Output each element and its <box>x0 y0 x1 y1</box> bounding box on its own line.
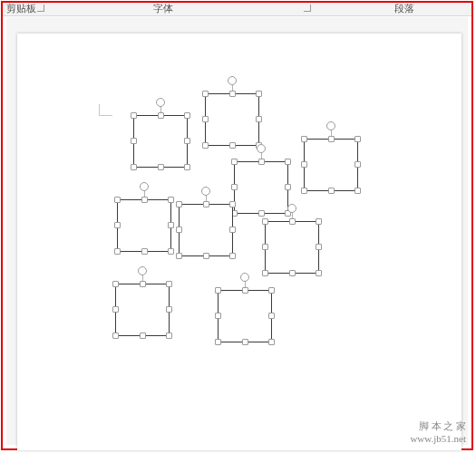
ribbon-section-paragraph-label: 段落 <box>394 3 414 14</box>
resize-handle-right[interactable] <box>268 313 275 319</box>
resize-handle-top-right[interactable] <box>316 218 322 225</box>
resize-handle-top-left[interactable] <box>131 112 137 119</box>
resize-handle-top[interactable] <box>141 197 148 203</box>
resize-handle-top-left[interactable] <box>262 218 268 225</box>
rectangle-shape[interactable] <box>218 290 272 342</box>
font-launcher-icon[interactable] <box>304 5 311 12</box>
rectangle-shape[interactable] <box>304 139 358 191</box>
shape-rect-4[interactable] <box>234 145 288 214</box>
rotate-handle-icon[interactable] <box>138 266 147 275</box>
resize-handle-bottom[interactable] <box>141 248 148 255</box>
resize-handle-bottom[interactable] <box>203 253 209 259</box>
resize-handle-bottom[interactable] <box>289 270 296 276</box>
resize-handle-bottom-right[interactable] <box>268 339 275 345</box>
resize-handle-right[interactable] <box>229 226 236 233</box>
resize-handle-bottom[interactable] <box>328 188 335 194</box>
resize-handle-right[interactable] <box>166 306 172 313</box>
resize-handle-bottom[interactable] <box>158 164 164 170</box>
resize-handle-bottom-right[interactable] <box>229 253 236 259</box>
rectangle-shape[interactable] <box>115 284 170 336</box>
resize-handle-bottom-left[interactable] <box>114 248 121 255</box>
resize-handle-top-right[interactable] <box>355 136 361 142</box>
rotate-handle-icon[interactable] <box>140 182 149 191</box>
resize-handle-top[interactable] <box>289 218 296 225</box>
shape-rect-7[interactable] <box>265 205 319 274</box>
resize-handle-top[interactable] <box>229 91 236 97</box>
resize-handle-bottom-right[interactable] <box>316 270 322 276</box>
resize-handle-top[interactable] <box>203 201 209 207</box>
resize-handle-top[interactable] <box>258 159 265 165</box>
resize-handle-left[interactable] <box>202 116 209 122</box>
rotate-handle-icon[interactable] <box>257 144 266 153</box>
resize-handle-top[interactable] <box>242 287 248 294</box>
screenshot-frame: 剪贴板 字体 段落 脚 本 之 家 www.jb51.net <box>1 1 473 450</box>
resize-handle-top-right[interactable] <box>184 112 190 119</box>
resize-handle-bottom-left[interactable] <box>131 164 137 170</box>
rotate-handle-icon[interactable] <box>240 273 249 282</box>
resize-handle-bottom-left[interactable] <box>301 188 307 194</box>
resize-handle-top[interactable] <box>328 136 335 142</box>
resize-handle-top-right[interactable] <box>166 281 172 287</box>
resize-handle-bottom-left[interactable] <box>112 333 119 339</box>
resize-handle-bottom-left[interactable] <box>176 253 182 259</box>
resize-handle-left[interactable] <box>131 138 137 144</box>
resize-handle-bottom[interactable] <box>258 210 265 217</box>
resize-handle-bottom-right[interactable] <box>166 333 172 339</box>
rotate-handle-icon[interactable] <box>326 121 335 130</box>
rotate-handle-icon[interactable] <box>228 76 237 85</box>
resize-handle-right[interactable] <box>355 161 361 168</box>
resize-handle-top-left[interactable] <box>176 201 182 207</box>
shape-rect-5[interactable] <box>117 183 171 252</box>
resize-handle-top-right[interactable] <box>256 91 262 97</box>
resize-handle-bottom[interactable] <box>140 333 146 339</box>
resize-handle-bottom-left[interactable] <box>215 339 221 345</box>
resize-handle-top-right[interactable] <box>168 197 174 203</box>
resize-handle-top-right[interactable] <box>229 201 236 207</box>
resize-handle-bottom-right[interactable] <box>184 164 190 170</box>
ribbon-section-font-label: 字体 <box>153 3 173 14</box>
rotate-handle-icon[interactable] <box>201 187 210 196</box>
rectangle-shape[interactable] <box>205 93 259 146</box>
resize-handle-right[interactable] <box>285 184 291 190</box>
rotate-handle-icon[interactable] <box>156 98 165 107</box>
resize-handle-left[interactable] <box>262 244 268 250</box>
resize-handle-top-left[interactable] <box>231 159 238 165</box>
rectangle-shape[interactable] <box>133 115 188 168</box>
rotate-handle-icon[interactable] <box>287 204 296 213</box>
rectangle-shape[interactable] <box>117 199 171 252</box>
shape-rect-6[interactable] <box>179 188 233 256</box>
resize-handle-right[interactable] <box>184 138 190 144</box>
resize-handle-bottom-right[interactable] <box>355 188 361 194</box>
resize-handle-right[interactable] <box>316 244 322 250</box>
resize-handle-top-right[interactable] <box>268 287 275 294</box>
rectangle-shape[interactable] <box>265 221 319 274</box>
shape-rect-2[interactable] <box>205 77 259 146</box>
resize-handle-top-left[interactable] <box>112 281 119 287</box>
resize-handle-right[interactable] <box>256 116 262 122</box>
shape-rect-8[interactable] <box>115 267 170 336</box>
resize-handle-bottom-left[interactable] <box>202 142 209 149</box>
shape-rect-1[interactable] <box>133 99 188 168</box>
resize-handle-left[interactable] <box>215 313 221 319</box>
document-area <box>6 17 468 445</box>
shape-rect-3[interactable] <box>304 122 358 191</box>
resize-handle-top[interactable] <box>140 281 146 287</box>
resize-handle-left[interactable] <box>301 161 307 168</box>
resize-handle-left[interactable] <box>176 226 182 233</box>
rectangle-shape[interactable] <box>179 204 233 256</box>
resize-handle-bottom-right[interactable] <box>168 248 174 255</box>
resize-handle-top-left[interactable] <box>114 197 121 203</box>
resize-handle-top-left[interactable] <box>215 287 221 294</box>
resize-handle-left[interactable] <box>114 222 121 228</box>
clipboard-launcher-icon[interactable] <box>37 5 44 12</box>
shape-rect-9[interactable] <box>218 274 272 342</box>
resize-handle-bottom[interactable] <box>242 339 248 345</box>
resize-handle-left[interactable] <box>112 306 119 313</box>
resize-handle-top-right[interactable] <box>285 159 291 165</box>
resize-handle-top[interactable] <box>158 112 164 119</box>
document-page[interactable] <box>17 34 461 450</box>
resize-handle-top-left[interactable] <box>301 136 307 142</box>
margin-corner-icon <box>99 104 112 116</box>
resize-handle-top-left[interactable] <box>202 91 209 97</box>
resize-handle-right[interactable] <box>168 222 174 228</box>
